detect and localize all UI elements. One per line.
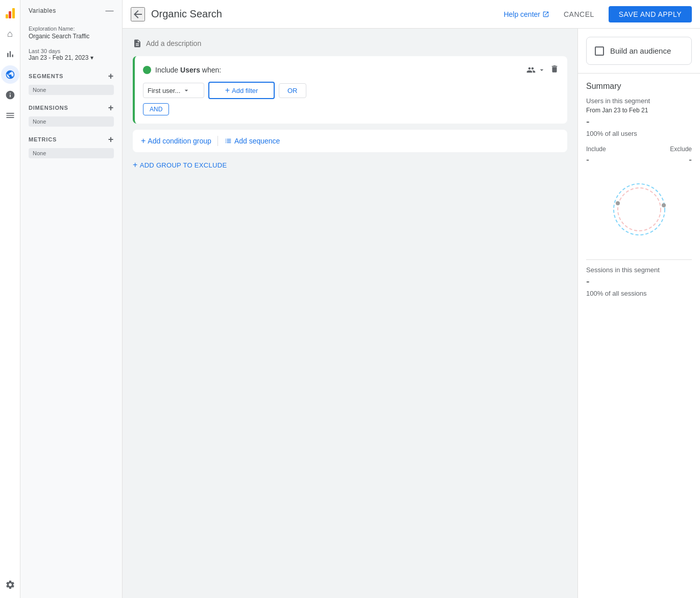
- add-filter-button[interactable]: + Add filter: [208, 82, 275, 99]
- date-label: Last 30 days: [29, 48, 114, 54]
- svg-point-3: [662, 203, 666, 207]
- segment-editor: Include Users when:: [123, 29, 700, 598]
- audience-title: Build an audience: [610, 45, 671, 56]
- svg-point-0: [614, 184, 665, 235]
- users-in-segment-label: Users in this segment: [586, 97, 692, 105]
- build-audience-card: Build an audience: [578, 29, 700, 74]
- summary-date-range: From Jan 23 to Feb 21: [586, 107, 692, 114]
- condition-group: Include Users when:: [133, 56, 567, 124]
- nav-explore-icon[interactable]: [1, 65, 19, 84]
- include-label: Include: [586, 146, 606, 153]
- dimensions-none: None: [29, 116, 114, 127]
- sequence-icon: [224, 137, 232, 145]
- right-panel: Build an audience Summary Users in this …: [577, 29, 700, 598]
- add-dimension-button[interactable]: +: [108, 103, 114, 112]
- add-metric-button[interactable]: +: [108, 135, 114, 144]
- chevron-down-icon: [538, 66, 546, 74]
- user-scope-button[interactable]: [526, 65, 546, 75]
- segments-section-label: SEGMENTS: [29, 73, 63, 79]
- add-sequence-button[interactable]: Add sequence: [224, 137, 280, 145]
- back-button[interactable]: [131, 7, 145, 21]
- help-center-link[interactable]: Help center: [503, 10, 549, 18]
- exclude-label: Exclude: [670, 146, 692, 153]
- nav-reports-icon[interactable]: [1, 45, 19, 63]
- chevron-down-icon: ▾: [90, 54, 93, 61]
- include-row: Include Users when:: [143, 64, 559, 76]
- nav-configure-icon[interactable]: [1, 106, 19, 125]
- exclude-value: -: [689, 155, 692, 165]
- top-header: Organic Search Help center CANCEL SAVE A…: [123, 0, 700, 29]
- or-button[interactable]: OR: [279, 83, 306, 98]
- include-label: Include Users when:: [155, 66, 221, 74]
- summary-card: Summary Users in this segment From Jan 2…: [578, 74, 700, 598]
- action-divider: [218, 136, 218, 146]
- editor-main: Include Users when:: [123, 29, 577, 598]
- save-apply-button[interactable]: SAVE AND APPLY: [609, 6, 692, 22]
- variables-title: Variables: [29, 7, 56, 14]
- delete-group-button[interactable]: [550, 64, 559, 76]
- add-condition-group-button[interactable]: + Add condition group: [141, 136, 211, 146]
- main-area: Organic Search Help center CANCEL SAVE A…: [123, 0, 700, 598]
- sessions-percent: 100% of all sessions: [586, 290, 692, 297]
- users-value: -: [586, 116, 692, 128]
- nav-home-icon[interactable]: ⌂: [1, 25, 19, 43]
- add-segment-button[interactable]: +: [108, 71, 114, 81]
- exploration-name: Organic Search Traffic: [29, 33, 114, 40]
- filter-scope-select[interactable]: First user...: [143, 83, 204, 98]
- page-title: Organic Search: [151, 8, 497, 20]
- description-input[interactable]: [146, 39, 567, 47]
- nav-sidebar: ⌂: [0, 0, 20, 598]
- date-range-selector[interactable]: Jan 23 - Feb 21, 2023 ▾: [29, 54, 114, 61]
- variables-panel: Variables — Exploration Name: Organic Se…: [20, 0, 123, 598]
- svg-point-2: [616, 201, 620, 205]
- cancel-button[interactable]: CANCEL: [556, 6, 602, 22]
- filter-row: First user... + Add filter OR: [143, 82, 559, 99]
- nav-advertising-icon[interactable]: [1, 86, 19, 104]
- segments-none: None: [29, 85, 114, 95]
- sessions-value: -: [586, 276, 692, 288]
- summary-divider: [586, 259, 692, 260]
- nav-settings-icon[interactable]: [1, 576, 19, 594]
- metrics-none: None: [29, 148, 114, 158]
- build-audience-inner: Build an audience: [586, 37, 692, 65]
- exploration-label: Exploration Name:: [29, 26, 114, 32]
- users-percent: 100% of all users: [586, 130, 692, 137]
- add-actions-row: + Add condition group Add sequence: [133, 130, 567, 152]
- add-exclude-row: + ADD GROUP TO EXCLUDE: [133, 160, 567, 170]
- and-button[interactable]: AND: [143, 103, 169, 115]
- dimensions-section-label: DIMENSIONS: [29, 105, 68, 111]
- minimize-button[interactable]: —: [106, 6, 114, 15]
- include-value: -: [586, 155, 589, 165]
- active-indicator: [143, 66, 151, 74]
- donut-chart: [586, 165, 692, 253]
- scope-chevron-icon: [182, 86, 190, 94]
- include-exclude-row: Include Exclude: [586, 146, 692, 153]
- add-exclude-button[interactable]: + ADD GROUP TO EXCLUDE: [133, 160, 227, 170]
- audience-checkbox[interactable]: [595, 46, 604, 56]
- description-icon: [133, 39, 142, 48]
- svg-point-1: [618, 188, 661, 231]
- summary-title: Summary: [586, 82, 692, 91]
- metrics-section-label: METRICS: [29, 136, 57, 142]
- sessions-label: Sessions in this segment: [586, 266, 692, 274]
- description-row: [133, 39, 567, 48]
